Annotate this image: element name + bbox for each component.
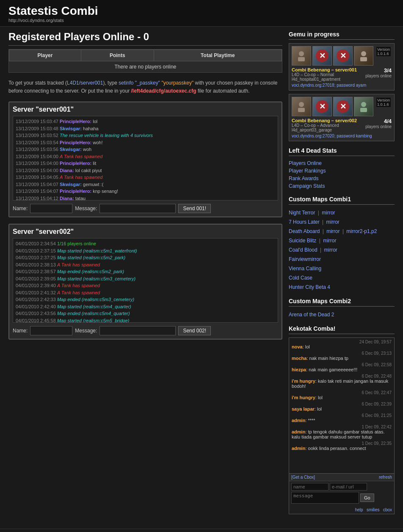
server002-name-input[interactable] [30, 326, 72, 335]
l4d-stats-title: Left 4 Dead Stats [289, 147, 395, 156]
server001-players-label: players online [365, 74, 392, 78]
avatar-001-4 [354, 46, 373, 66]
map-7-hours-later: 7 Hours Later | mirror [289, 217, 395, 227]
svg-point-2 [361, 51, 366, 56]
map-mirror-link[interactable]: mirror [322, 210, 335, 216]
map-mirror-link[interactable]: mirror [323, 238, 336, 244]
server001-message-input[interactable] [99, 204, 176, 213]
gbox-go-button[interactable]: Go [360, 494, 374, 502]
server001-chat-log[interactable]: 13/12/2009 15:03:47 PrincipleHero: lol 1… [13, 116, 278, 200]
gbox-msg: 1 Dec 09, 22:42 admin: tp tengok dahulu … [292, 425, 392, 439]
name-label-001: Name: [13, 206, 28, 211]
game-info-right-002: 4/4 players online [365, 118, 392, 129]
server001-box: Server "server001" 13/12/2009 15:03:47 P… [8, 101, 282, 217]
chat-line: 13/12/2009 15:03:54 PrincipleHero: woh! [16, 139, 275, 146]
get-cbox-link[interactable]: [Get a Cbox] [291, 475, 315, 480]
info-text: To get your stats tracked (L4D1/server00… [8, 79, 282, 95]
version-002: Version1.0.1.6 [376, 98, 391, 107]
chat-line: 04/01/2010 2:39:05 Map started (realism:… [16, 275, 275, 282]
server001-name-input[interactable] [30, 204, 72, 213]
players-table: Player Points Total Playtime There are n… [9, 49, 282, 72]
map-link[interactable]: Night Terror [289, 210, 315, 216]
no-players-message: There are no players online [9, 61, 282, 73]
link-player-rankings[interactable]: Player Rankings [289, 167, 395, 175]
chat-line: 13/12/2009 15:04:05 A Tank has spawned [16, 174, 275, 181]
map-night-terror: Night Terror | mirror [289, 208, 395, 217]
gbox-message-textarea[interactable] [291, 492, 359, 504]
link-campaign-stats[interactable]: Campaign Stats [289, 182, 395, 190]
map-link[interactable]: Suicide Blitz [289, 238, 316, 244]
map-link[interactable]: Hunter City Beta 4 [289, 284, 330, 290]
avatar-002-4 [354, 97, 373, 116]
chat-line: 13/12/2009 15:04:07 Skwisgar: gemuwt :( [16, 181, 275, 188]
map-link[interactable]: Death Aboard [289, 228, 320, 234]
map-link[interactable]: Coal'd Blood [289, 247, 317, 253]
chat-line: 04/01/2010 2:41:32 A Tank has spawned [16, 289, 275, 296]
link-players-online[interactable]: Players Online [289, 159, 395, 167]
chat-line: 04/01/2010 2:37:25 Map started (realism:… [16, 254, 275, 261]
server002-game-mode: L4D – Co-op – Advanced [292, 123, 357, 128]
server002-box: Server "server002" 04/01/2010 2:34:54 1/… [8, 224, 282, 340]
svg-point-4 [299, 102, 304, 107]
link-rank-awards[interactable]: Rank Awards [289, 175, 395, 182]
map-link[interactable]: 7 Hours Later [289, 219, 320, 225]
refresh-link[interactable]: refresh [379, 475, 392, 480]
x-mark-icon: ✕ [316, 100, 328, 113]
chat-line: 04/01/2010 2:37:15 Map started (realism:… [16, 247, 275, 255]
chat-line: 04/01/2010 2:42:40 Map started (realism:… [16, 303, 275, 310]
gbox-message-row: Go [291, 492, 392, 504]
gbox-msg: 1 Dec 09, 22:35 admin: ookk linda perasa… [292, 441, 392, 451]
server002-conn[interactable]: voci.dyndns.org:27020; password kambing [292, 134, 392, 138]
svg-point-6 [361, 102, 366, 107]
server001-game-map: l4d_hospital01_apartment [292, 77, 357, 82]
chat-line: 04/01/2010 2:38:57 Map ended (realism:c5… [16, 268, 275, 275]
avatar-002-1 [292, 97, 311, 116]
gemu-title: Gemu in progress [289, 31, 395, 40]
map-mirror-link[interactable]: mirror [326, 228, 340, 234]
message-label-002: Message: [75, 328, 97, 334]
map-mirror-link[interactable]: mirror [326, 219, 340, 225]
server002-send-button[interactable]: Send 002! [178, 326, 211, 335]
gbox-cbox-link[interactable]: cbox [383, 507, 392, 512]
gbox-smilies-link[interactable]: smilies [367, 507, 380, 512]
game-info-002: Combi Bebenang – server002 L4D – Co-op –… [292, 118, 392, 132]
gbox-help-link[interactable]: help [355, 507, 363, 512]
chat-line: 13/12/2009 15:03:52 The rescue vehicle i… [16, 132, 275, 139]
x-mark-icon: ✕ [316, 49, 328, 62]
map-mirror2-link[interactable]: mirror2-p1,p2 [346, 228, 377, 234]
server002-players-label: players online [365, 124, 392, 129]
server001-conn[interactable]: voci.dyndns.org:27018; password ayam [292, 83, 392, 88]
server-link[interactable]: L4D1/server001 [67, 80, 103, 86]
gbox-msg: 6 Dec 09, 22:47 i'm hungry: lol [292, 390, 392, 400]
site-url: http://voci.dyndns.org/stats [8, 18, 395, 23]
gbox-msg: 6 Dec 09, 22:39 saya lapar: lol [292, 402, 392, 411]
map-link[interactable]: Vienna Calling [289, 266, 321, 271]
server001-game-name: Combi Bebenang – server001 [292, 67, 357, 72]
server002-game-map: l4d_airport03_garage [292, 128, 357, 132]
server001-send-form: Name: Message: Send 001! [13, 204, 278, 213]
map-arena-dead2: Arena of the Dead 2 [289, 310, 395, 319]
map-link[interactable]: Arena of the Dead 2 [289, 312, 334, 318]
server002-message-input[interactable] [99, 326, 176, 335]
custommaps1-title: Custom Maps Combi1 [289, 196, 395, 205]
message-label-001: Message: [75, 206, 97, 211]
svg-rect-5 [298, 108, 305, 112]
gbox-email-input[interactable] [330, 483, 367, 491]
map-link[interactable]: Cold Case [289, 275, 312, 281]
chat-line: 13/12/2009 15:04:00 A Tank has spawned [16, 153, 275, 160]
footer: Copyright © 2009 msleeper | Left 4 Dead … [0, 529, 403, 532]
server001-send-button[interactable]: Send 001! [178, 204, 211, 213]
avatar-002-2: ✕ [312, 97, 332, 116]
server002-player-count: 4/4 [365, 118, 392, 124]
gbox-name-input[interactable] [291, 483, 328, 491]
server001-player-count: 3/4 [365, 67, 392, 74]
gbox-messages[interactable]: 24 Dec 09, 19:57 nova: lol 6 Dec 09, 23:… [289, 338, 394, 473]
game-server002-block: ✕ ✕ Version1.0.1.6 [289, 94, 395, 141]
chat-line: 04/01/2010 2:43:56 Map ended (realism:c5… [16, 310, 275, 317]
map-link[interactable]: Fairviewmirror [289, 256, 321, 262]
gbox-wrap: 24 Dec 09, 19:57 nova: lol 6 Dec 09, 23:… [289, 337, 395, 514]
map-mirror-link[interactable]: mirror [324, 247, 337, 253]
chat-line: 04/01/2010 2:38:13 A Tank has spawned [16, 261, 275, 269]
server002-chat-log[interactable]: 04/01/2010 2:34:54 1/16 players online 0… [13, 238, 278, 323]
col-player: Player [9, 50, 81, 61]
